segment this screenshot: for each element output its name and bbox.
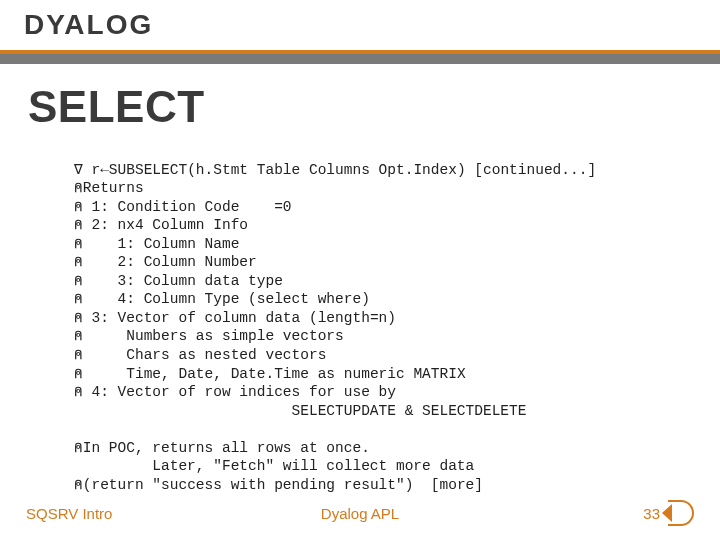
code-line: ⍝ 3: Column data type <box>74 273 283 289</box>
code-line: Later, "Fetch" will collect more data <box>74 458 474 474</box>
brand-logo: DYALOG <box>24 9 153 41</box>
code-block: ∇ r←SUBSELECT(h.Stmt Table Columns Opt.I… <box>0 142 720 494</box>
footer-left: SQSRV Intro <box>26 505 112 522</box>
code-line: ⍝ Time, Date, Date.Time as numeric MATRI… <box>74 366 466 382</box>
code-line: ⍝ 3: Vector of column data (length=n) <box>74 310 396 326</box>
code-line: SELECTUPDATE & SELECTDELETE <box>74 403 526 419</box>
code-line: ⍝ 4: Column Type (select where) <box>74 291 370 307</box>
code-line: ∇ r←SUBSELECT(h.Stmt Table Columns Opt.I… <box>74 162 596 178</box>
code-line: ⍝ 2: nx4 Column Info <box>74 217 248 233</box>
code-line: ⍝(return "success with pending result") … <box>74 477 483 493</box>
code-line: ⍝ Numbers as simple vectors <box>74 328 344 344</box>
code-line: ⍝ 4: Vector of row indices for use by <box>74 384 396 400</box>
brand-bar: DYALOG <box>0 0 720 50</box>
footer-center: Dyalog APL <box>321 505 399 522</box>
divider-line <box>0 54 720 64</box>
code-line: ⍝ 1: Column Name <box>74 236 239 252</box>
code-line: ⍝ Chars as nested vectors <box>74 347 326 363</box>
code-line: ⍝ 2: Column Number <box>74 254 257 270</box>
footer: SQSRV Intro Dyalog APL 33 <box>0 500 720 526</box>
code-line: ⍝ 1: Condition Code =0 <box>74 199 292 215</box>
slide-title: SELECT <box>0 64 720 142</box>
page-number: 33 <box>643 505 660 522</box>
slide: DYALOG SELECT ∇ r←SUBSELECT(h.Stmt Table… <box>0 0 720 540</box>
footer-right: 33 <box>643 500 694 526</box>
code-line: ⍝Returns <box>74 180 144 196</box>
apl-logo-icon <box>668 500 694 526</box>
code-line: ⍝In POC, returns all rows at once. <box>74 440 370 456</box>
